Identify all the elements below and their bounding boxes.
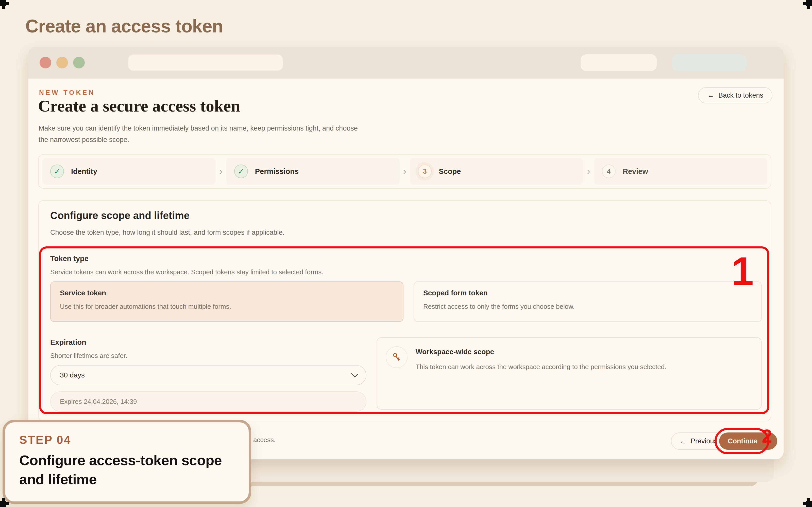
wizard-description: Make sure you can identify the token imm… [39, 123, 366, 146]
page-title: Create an access token [26, 16, 223, 37]
step-review[interactable]: 4 Review [594, 158, 767, 185]
token-type-description: Service tokens can work across the works… [50, 268, 323, 276]
traffic-light-minimize-icon[interactable] [56, 57, 68, 68]
address-bar[interactable] [128, 54, 283, 71]
scope-config-card: Configure scope and lifetime Choose the … [38, 200, 771, 421]
chrome-toolbar-pill-accent [672, 54, 747, 71]
callout-2-number: 2 [762, 426, 772, 446]
new-token-eyebrow: NEW TOKEN [39, 89, 95, 97]
section-title: Configure scope and lifetime [50, 210, 190, 221]
chevron-down-icon [351, 371, 358, 378]
chevron-right-icon: › [403, 166, 407, 177]
step-overlay-title: Configure access-token scope and lifetim… [19, 451, 235, 489]
left-arrow-icon: ← [707, 92, 714, 99]
browser-window: NEW TOKEN Create a secure access token M… [29, 47, 783, 459]
step-overlay-eyebrow: STEP 04 [19, 433, 71, 447]
callout-1-number: 1 [731, 251, 754, 291]
footer-note: access. [253, 436, 275, 444]
step-scope[interactable]: 3 Scope [410, 158, 583, 185]
step-permissions[interactable]: ✓ Permissions [226, 158, 400, 185]
check-icon: ✓ [234, 165, 248, 178]
step-number-badge: 4 [602, 165, 616, 178]
chevron-right-icon: › [219, 166, 222, 177]
workspace-scope-description: This token can work across the workspace… [416, 362, 748, 372]
tutorial-screenshot: Create an access token NEW TOKEN Create … [0, 0, 812, 507]
expiration-label: Expiration [50, 338, 86, 346]
step-overlay-card: STEP 04 Configure access-token scope and… [3, 420, 251, 504]
check-icon: ✓ [50, 165, 64, 178]
section-subtitle: Choose the token type, how long it shoul… [50, 229, 285, 236]
key-icon [386, 346, 408, 368]
wizard-stepper: ✓ Identity › ✓ Permissions › 3 Scope › 4… [38, 154, 771, 188]
traffic-light-zoom-icon[interactable] [73, 57, 85, 68]
expiration-hint: Shorter lifetimes are safer. [50, 352, 127, 360]
continue-button-label: Continue [728, 437, 757, 445]
chrome-toolbar-pill [580, 54, 657, 71]
back-button-label: Back to tokens [718, 92, 763, 99]
back-to-tokens-button[interactable]: ← Back to tokens [698, 87, 772, 103]
expiration-select[interactable]: 30 days [50, 365, 366, 385]
step-number-badge: 3 [418, 165, 432, 178]
expires-readout: Expires 24.04.2026, 14:39 [50, 391, 366, 412]
left-arrow-icon: ← [679, 438, 687, 445]
expiration-selected-value: 30 days [60, 371, 85, 379]
previous-button[interactable]: ← Previous [671, 433, 726, 450]
workspace-scope-panel: Workspace-wide scope This token can work… [376, 337, 762, 410]
token-option-scoped-form[interactable]: Scoped form token Restrict access to onl… [414, 281, 762, 322]
traffic-light-close-icon[interactable] [40, 57, 51, 68]
wizard-title: Create a secure access token [38, 96, 240, 116]
chevron-right-icon: › [587, 166, 590, 177]
step-identity[interactable]: ✓ Identity [42, 158, 216, 185]
previous-button-label: Previous [691, 437, 717, 445]
browser-chrome [29, 47, 783, 78]
token-type-label: Token type [50, 255, 89, 263]
token-option-service[interactable]: Service token Use this for broader autom… [50, 281, 403, 322]
workspace-scope-title: Workspace-wide scope [416, 348, 494, 356]
